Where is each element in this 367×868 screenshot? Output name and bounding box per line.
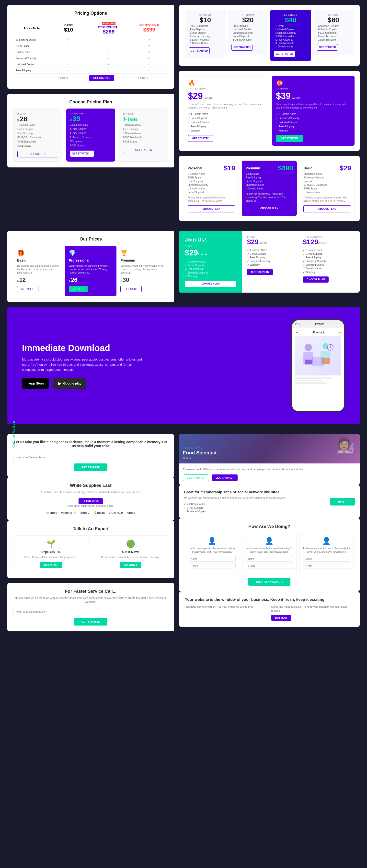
hd-email-input-1[interactable] [189,563,235,569]
how-doing-title: How Are We Doing? [185,524,354,529]
supplies-card: While Supplies Last No website can stand… [7,477,174,520]
membership-card: Great for membership sites or social net… [179,485,360,519]
join-us-right: BASIC $29/month ✓ 1 Domain Name ✓ E-mail… [242,231,360,292]
lead-email-input[interactable] [13,454,168,461]
window-col2-desc: Life is like riding a bicycle. To keep y… [271,605,354,613]
tier-expert-button[interactable]: GET STARTED [317,44,338,51]
talk-expert-title: Talk to An Expert [13,526,168,531]
googleplay-button[interactable]: ▶ Google play [53,378,86,389]
hd-box-1: 👤 I write newspaper Articles professiona… [185,533,239,574]
get-started-premium-button[interactable]: GET STARTED [276,135,303,142]
phone-time: 9:41 [295,323,300,326]
cta-desc: More academics should blog, post videos,… [22,357,144,372]
basic-price: $10 [53,27,84,33]
cta-title: Immediate Download [22,343,281,353]
table-row: 50GB Space [13,43,50,49]
svg-line-9 [330,347,332,348]
get-started-professional-button[interactable]: GET STARTED [188,135,213,142]
hd-email-input-3[interactable] [303,563,350,569]
buy-now-get-button[interactable]: BUY NOW > [120,562,141,568]
choose-plan-basic-button[interactable]: CHOOSE PLAN [303,205,351,212]
lead-card: Let us take you like a designer experien… [7,434,174,477]
membership-feature-1: ✓ 50GB Bandwidth [184,502,326,506]
list-item: ✓ 1 Domain Name [185,260,236,264]
list-item: ✓ Unlimited Copies [303,263,355,267]
testimonial-avatar-3: 👤 [303,537,350,545]
food-scientist-card: FOOD FUTURIST Food Scientist Center 🧑‍🔬 … [179,434,360,485]
tier-starter: STARTER $10 50GB Bandwidth Free Shipping… [185,10,226,58]
hd-name-input-2[interactable] [246,556,293,562]
faster-service-get-started-button[interactable]: GET STARTED [74,618,107,625]
cta-banner: Immediate Download More academics should… [7,307,360,424]
food-scientist-learn-more-button[interactable]: LEARN MORE › [183,474,209,481]
phone-page-title: Product [315,323,323,326]
supplies-learn-more-button[interactable]: LEARN MORE [79,498,103,504]
choose-plan-pro-right-button[interactable]: CHOOSE PLAN [303,276,329,283]
food-scientist-learn-more2-button[interactable]: LEARN MORE › [212,474,237,481]
window-buy-now-button[interactable]: BUY NOW [271,615,291,621]
lead-card-title: Let us take you like a designer experien… [13,440,168,448]
tier-business-button[interactable]: GET STARTED [274,51,295,57]
membership-title: Great for membership sites or social net… [184,490,326,494]
appstore-button[interactable]: App Store [22,378,49,389]
brand-circle: ⊙ circle [46,511,57,515]
list-item: Warranty [276,129,350,133]
supplies-desc: No website can stand without a strong ba… [13,490,168,494]
see-more-basic-button[interactable]: SEE MORE [17,286,38,292]
upgrade-basic-button[interactable]: UPGRADE [53,75,73,82]
food-scientist-image: FOOD FUTURIST Food Scientist Center 🧑‍🔬 [179,434,360,463]
talk-to-expert-button[interactable]: TALK TO AN EXPERT [248,578,290,586]
join-us-left: Join Us! BASIC $29/month ✓ 1 Domain Name… [179,231,242,292]
list-item: ✓ E-mail Support [303,252,355,256]
svg-rect-6 [322,358,330,364]
choose-plan-basic-left-button[interactable]: CHOOSE PLAN [185,281,236,287]
choose-plan-premium-button[interactable]: CHOOSE PLAN [246,205,293,212]
list-item: Free Shipping [188,124,263,129]
faster-service-desc: No one what we do will to do with our id… [13,596,168,604]
pro2-price: $399 [133,27,166,33]
phone-mockup: 9:41 Product ··· ← Product ··· [291,319,345,412]
brand-ideaa: 💡ideaa [93,511,105,515]
get-started-basic-button[interactable]: GET STARTED [17,151,58,157]
list-item: Free Shipping [276,124,350,129]
plan-box-standard: STANDARD $ 39 1 Domain Name E-mail Suppo… [66,108,115,162]
svg-rect-5 [305,360,312,365]
get-started-standard-button[interactable]: GET STARTED → [70,151,94,157]
upgrade-pro2-button[interactable]: UPGRADE [133,75,153,82]
table-row: Unlimited Copies [13,61,50,67]
get-it-professional-button[interactable]: GET IT → [69,286,88,292]
android-icon: ▶ [58,381,61,386]
list-item: ✓ Warranty [247,263,299,267]
table-header-pro: POPULAR PROFESSIONAL $299 [87,20,130,37]
hd-name-input-1[interactable] [189,556,235,562]
plan-pro-icon: 🔥 [188,80,263,87]
choose-plan-basic-right-button[interactable]: CHOOSE PLAN [247,269,273,275]
get-started-pro-button[interactable]: GET STARTED [89,75,114,81]
tier-premium-button[interactable]: GET STARTED [231,44,253,51]
get-started-expert-button[interactable]: GET STARTED [123,147,164,153]
brand-zootv: ZooTV [81,511,89,515]
how-doing-card: How Are We Doing? 👤 I write newspaper Ar… [179,518,360,592]
membership-try-button[interactable]: Try it → [330,498,355,505]
lead-get-started-button[interactable]: GET STARTED [74,463,107,471]
hd-email-input-2[interactable] [246,563,293,569]
buy-now-urge-button[interactable]: BUY NOW > [40,562,62,568]
list-item: ✓ Domain Name [303,267,355,270]
plan-box-expert: EXPERT Free 1 Domain Name Free Shipping … [119,108,168,162]
list-item: Warranty [188,129,263,133]
faster-service-email-input[interactable] [13,608,168,615]
phone-menu-icon: ··· [339,323,341,326]
brand-kanba: kanba [127,511,135,515]
svg-point-0 [305,344,312,351]
see-more-premium-button[interactable]: SEE MORE [120,286,142,292]
table-header-label: Prices Table [13,20,50,37]
side-label: Call to Action [12,421,16,447]
our-price-basic: 🎁 Basic No website can stand without a s… [13,246,65,296]
table-row: 10 Email accounts [13,37,50,43]
choose-plan-title: Choose Pricing Plan [13,99,168,104]
choose-plan-prosonal-button[interactable]: CHOOSE PLAN [188,205,235,212]
hd-name-input-3[interactable] [303,556,350,562]
tier-starter-button[interactable]: GET STARTED [189,48,210,54]
plan-premium-icon: 🎯 [276,80,350,87]
talk-expert-card: Talk to An Expert 🌱 I Urge You To... Col… [7,520,174,578]
